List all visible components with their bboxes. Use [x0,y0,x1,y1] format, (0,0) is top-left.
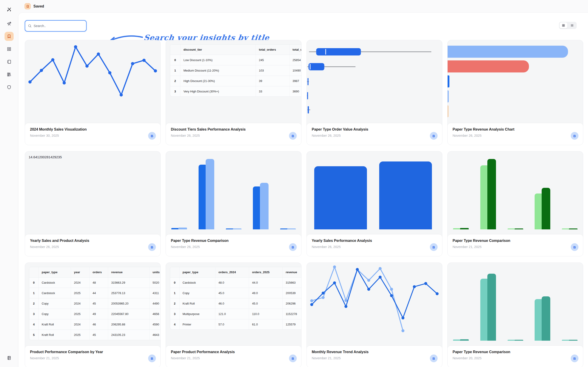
sidebar [0,0,18,367]
search-input[interactable] [34,24,83,28]
insight-card[interactable]: Yearly Sales Performance Analysis Novemb… [306,151,442,256]
view-toggle [559,22,577,29]
owner-badge: B [430,355,437,362]
table-row: 0Cardstock202448315663.295020 [29,277,160,288]
table-row: 5Kraft Roll202545243105.234643 [29,330,160,340]
column-header [29,267,38,277]
notebook-icon[interactable] [5,57,14,66]
column-header: total_orders [256,44,289,55]
owner-badge: B [289,132,297,140]
insight-card[interactable]: paper_typeorders_2024orders_2025revenue0… [166,263,302,367]
list-view-icon [571,24,574,27]
insight-card[interactable]: paper_typeyearordersrevenueunits0Cardsto… [25,263,161,367]
topbar: Saved [18,0,588,12]
metric-value: 14.641200281429235 [25,151,160,159]
insight-card[interactable]: Paper Type Order Value Analysis November… [306,40,442,145]
data-table: discount_tiertotal_orderstotal_units0Low… [170,44,301,97]
insight-card[interactable]: Monthly Revenue Trend Analysis November … [306,263,442,367]
table-row: 2Copy20244520053965.204490 [29,298,160,309]
column-header: orders_2025 [249,267,282,277]
table-row: 2High Discount (21-30%)393987 [170,76,301,86]
card-footer: Paper Type Revenue Analysis Chart Novemb… [448,123,583,145]
insight-preview [307,151,442,234]
card-date: November 26, 2025 [171,245,200,249]
data-table: paper_typeorders_2024orders_2025revenue0… [170,267,301,330]
insight-preview [307,40,442,123]
column-header: year [71,267,89,277]
owner-badge: B [430,132,437,140]
search-box[interactable] [25,20,87,32]
grid-view-button[interactable] [560,23,567,28]
card-date: November 26, 2025 [312,245,341,249]
column-header: revenue [282,267,301,277]
card-footer: Paper Type Revenue Comparison November 2… [448,234,583,256]
card-title: Paper Type Revenue Analysis Chart [453,127,514,132]
docs-book-icon[interactable] [5,353,14,362]
table-row: 0Cardstock48.044.0315663 [170,277,301,288]
page-title: Saved [34,4,44,8]
card-title: Paper Type Revenue Comparison [453,350,510,354]
card-date: November 21, 2025 [171,356,200,360]
column-header: paper_type [179,267,215,277]
collections-grid-icon[interactable] [5,44,14,54]
column-header: paper_type [38,267,71,277]
card-title: Paper Type Revenue Comparison [453,239,510,243]
insight-card[interactable]: 2024 Monthly Sales Visualization Novembe… [25,40,161,145]
data-table: paper_typeyearordersrevenueunits0Cardsto… [29,267,160,340]
saved-bookmark-icon[interactable] [5,32,14,41]
library-icon[interactable] [5,70,14,79]
shield-icon[interactable] [5,83,14,92]
app-logo-icon[interactable] [5,5,14,14]
owner-badge: B [571,132,579,140]
card-footer: Discount Tiers Sales Performance Analysi… [166,123,301,145]
owner-badge: B [289,355,297,362]
insight-card[interactable]: 14.641200281429235 Yearly Sales and Prod… [25,151,161,256]
column-header: revenue [108,267,149,277]
card-title: Paper Type Revenue Comparison [171,239,228,243]
card-date: November 21, 2025 [453,245,481,249]
column-header: total_units [289,44,301,55]
card-title: Yearly Sales and Product Analysis [30,239,89,243]
insight-preview: 14.641200281429235 [25,151,160,234]
table-row: 4Kraft Roll202446206295.884590 [29,319,160,330]
card-date: November 26, 2025 [453,134,481,137]
insight-card[interactable]: Paper Type Revenue Analysis Chart Novemb… [447,40,583,145]
insight-card[interactable]: Paper Type Revenue Comparison November 2… [447,151,583,256]
table-row: 1Copy45.049.0200539 [170,288,301,298]
insight-card[interactable]: Paper Type Revenue Comparison November 2… [166,151,302,256]
card-footer: Yearly Sales and Product Analysis Novemb… [25,234,160,256]
insight-preview: paper_typeyearordersrevenueunits0Cardsto… [25,263,160,346]
card-title: Discount Tiers Sales Performance Analysi… [171,127,246,132]
column-header: orders_2024 [215,267,249,277]
insights-grid: 2024 Monthly Sales Visualization Novembe… [25,40,583,367]
table-row: 3Very High Discount (30%+)333690 [170,86,301,97]
column-header: orders [89,267,108,277]
card-date: November 21, 2025 [312,356,341,360]
insight-preview [448,151,583,234]
owner-badge: B [571,243,579,251]
column-header: units [149,267,160,277]
grid-view-icon [562,24,565,27]
card-title: Yearly Sales Performance Analysis [312,239,372,243]
insight-card[interactable]: Paper Type Revenue Comparison November 2… [447,263,583,367]
card-title: Monthly Revenue Trend Analysis [312,350,369,354]
insight-card[interactable]: discount_tiertotal_orderstotal_units0Low… [166,40,302,145]
column-header: discount_tier [180,44,256,55]
card-title: Paper Type Order Value Analysis [312,127,368,132]
table-row: 1Cardstock202544253778.134311 [29,288,160,298]
card-footer: Paper Product Performance Analysis Novem… [166,346,301,367]
insight-preview [25,40,160,123]
card-date: November 26, 2025 [30,245,59,249]
card-footer: Paper Type Revenue Comparison November 2… [166,234,301,256]
owner-badge: B [571,355,579,362]
insight-preview [448,40,583,123]
card-title: Product Performance Comparison by Year [30,350,103,354]
saved-page-icon [25,3,31,9]
card-date: November 26, 2025 [312,134,341,137]
table-row: 2Kraft Roll46.045.0206296 [170,298,301,309]
card-date: November 20, 2025 [453,356,481,360]
card-date: November 21, 2025 [30,356,59,360]
telescope-icon[interactable] [5,19,14,28]
card-footer: Product Performance Comparison by Year N… [25,346,160,367]
list-view-button[interactable] [568,23,576,28]
